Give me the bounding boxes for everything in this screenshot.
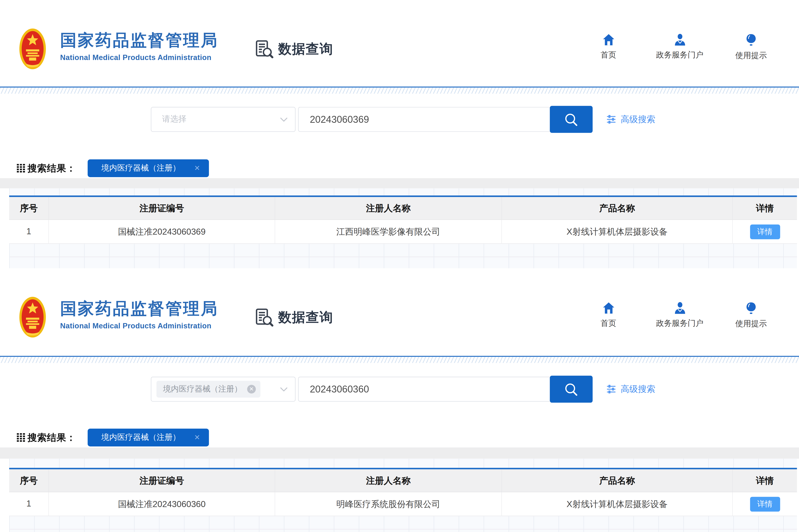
grid-icon: [17, 433, 25, 441]
brand-text: 国家药品监督管理局 National Medical Products Admi…: [60, 28, 218, 61]
brand-title-en: National Medical Products Administration: [60, 53, 218, 61]
advanced-search-label: 高级搜索: [621, 383, 655, 395]
select-placeholder: 请选择: [162, 114, 186, 125]
category-select[interactable]: 境内医疗器械（注册） ✕: [151, 377, 295, 402]
filter-sliders-icon: [606, 115, 616, 124]
filter-tag-label: 境内医疗器械（注册）: [102, 163, 180, 173]
nav-item-tips[interactable]: 使用提示: [727, 34, 776, 61]
detail-button[interactable]: 详情: [750, 496, 780, 511]
results-header: 搜索结果： 境内医疗器械（注册） ✕: [17, 158, 209, 178]
table-header-row: 序号 注册证编号 注册人名称 产品名称 详情: [9, 469, 797, 492]
grid-icon: [17, 164, 25, 172]
app-title-block: 数据查询: [254, 39, 333, 58]
header-divider: [0, 356, 799, 363]
nav-label: 使用提示: [735, 51, 767, 61]
cell-registrant: 江西明峰医学影像有限公司: [275, 220, 502, 243]
cell-registrant: 明峰医疗系统股份有限公司: [275, 492, 502, 516]
chevron-down-icon: [280, 387, 288, 392]
brand-text: 国家药品监督管理局 National Medical Products Admi…: [60, 296, 218, 330]
advanced-search-link[interactable]: 高级搜索: [606, 107, 655, 132]
app-title-block: 数据查询: [254, 307, 333, 327]
brand-title-cn: 国家药品监督管理局: [60, 32, 218, 49]
search-query-input[interactable]: [299, 377, 550, 401]
table-row: 1 国械注准20243060369 江西明峰医学影像有限公司 X射线计算机体层摄…: [9, 220, 797, 244]
nav-label: 首页: [601, 318, 616, 329]
close-icon[interactable]: ✕: [194, 164, 200, 172]
search-bar: 请选择: [151, 107, 655, 132]
search-icon: [564, 382, 579, 397]
selected-category-chip: 境内医疗器械（注册） ✕: [157, 381, 260, 398]
nav-item-home[interactable]: 首页: [584, 34, 633, 61]
col-header-reg-no: 注册证编号: [49, 469, 275, 492]
national-emblem-icon: [19, 28, 47, 70]
filter-tag-label: 境内医疗器械（注册）: [102, 432, 180, 442]
nav-label: 政务服务门户: [656, 50, 704, 61]
data-query-icon: [254, 39, 274, 58]
nav-item-tips[interactable]: 使用提示: [727, 302, 776, 329]
header-nav: 首页 政务服务门户 使用提示: [562, 302, 776, 329]
cell-detail: 详情: [733, 220, 797, 243]
brand-title-cn: 国家药品监督管理局: [60, 300, 218, 317]
col-header-product: 产品名称: [502, 469, 733, 492]
category-select[interactable]: 请选择: [151, 107, 295, 132]
search-query-input[interactable]: [299, 107, 550, 131]
advanced-search-label: 高级搜索: [621, 114, 655, 125]
search-button[interactable]: [550, 106, 593, 133]
home-icon: [602, 34, 615, 46]
cell-product: X射线计算机体层摄影设备: [502, 492, 733, 516]
header-divider: [0, 87, 799, 94]
nav-label: 首页: [601, 50, 616, 61]
header-nav: 首页 政务服务门户 使用提示: [562, 34, 776, 61]
nav-label: 政务服务门户: [656, 318, 704, 329]
nav-item-portal[interactable]: 政务服务门户: [655, 34, 704, 61]
col-header-reg-no: 注册证编号: [49, 197, 275, 220]
cell-detail: 详情: [733, 492, 797, 516]
table-row: 1 国械注准20243060360 明峰医疗系统股份有限公司 X射线计算机体层摄…: [9, 492, 797, 516]
section-separator: [0, 448, 799, 458]
site-logo[interactable]: 国家药品监督管理局 National Medical Products Admi…: [19, 296, 218, 338]
results-label: 搜索结果：: [28, 162, 76, 174]
site-header: 国家药品监督管理局 National Medical Products Admi…: [0, 268, 799, 356]
results-label: 搜索结果：: [28, 431, 76, 443]
chip-label: 境内医疗器械（注册）: [163, 384, 242, 395]
data-query-icon: [254, 307, 274, 327]
search-input-wrap: [298, 107, 550, 132]
results-table: 序号 注册证编号 注册人名称 产品名称 详情 1 国械注准20243060360…: [9, 468, 797, 532]
bulb-icon: [746, 34, 757, 46]
close-icon[interactable]: ✕: [194, 433, 200, 441]
cell-reg-no: 国械注准20243060369: [49, 220, 275, 243]
site-logo[interactable]: 国家药品监督管理局 National Medical Products Admi…: [19, 28, 218, 70]
bulb-icon: [746, 302, 757, 315]
capture-session-2: 国家药品监督管理局 National Medical Products Admi…: [0, 268, 799, 532]
site-header: 国家药品监督管理局 National Medical Products Admi…: [0, 0, 799, 87]
advanced-search-link[interactable]: 高级搜索: [606, 377, 655, 402]
app-title: 数据查询: [278, 308, 333, 326]
cell-index: 1: [9, 492, 49, 516]
col-header-product: 产品名称: [502, 197, 733, 220]
nav-item-home[interactable]: 首页: [584, 302, 633, 329]
search-button[interactable]: [550, 376, 593, 403]
grid-background: [9, 188, 797, 196]
capture-session-1: 国家药品监督管理局 National Medical Products Admi…: [0, 0, 799, 268]
home-icon: [602, 302, 615, 314]
grid-background: [9, 244, 797, 268]
results-header: 搜索结果： 境内医疗器械（注册） ✕: [17, 427, 209, 448]
page: 国家药品监督管理局 National Medical Products Admi…: [0, 0, 799, 532]
grid-background: [9, 516, 797, 532]
search-input-wrap: [298, 377, 550, 402]
user-icon: [673, 34, 686, 46]
filter-tag: 境内医疗器械（注册） ✕: [88, 428, 209, 446]
brand-title-en: National Medical Products Administration: [60, 322, 218, 330]
nav-item-portal[interactable]: 政务服务门户: [655, 302, 704, 329]
search-bar: 境内医疗器械（注册） ✕: [151, 377, 655, 402]
search-icon: [564, 112, 579, 127]
filter-tag: 境内医疗器械（注册） ✕: [88, 159, 209, 177]
col-header-detail: 详情: [733, 197, 797, 220]
col-header-index: 序号: [9, 469, 49, 492]
detail-button[interactable]: 详情: [750, 224, 780, 239]
app-title: 数据查询: [278, 40, 333, 58]
cell-reg-no: 国械注准20243060360: [49, 492, 275, 516]
chip-close-icon[interactable]: ✕: [247, 385, 256, 394]
national-emblem-icon: [19, 296, 47, 338]
user-icon: [673, 302, 686, 314]
